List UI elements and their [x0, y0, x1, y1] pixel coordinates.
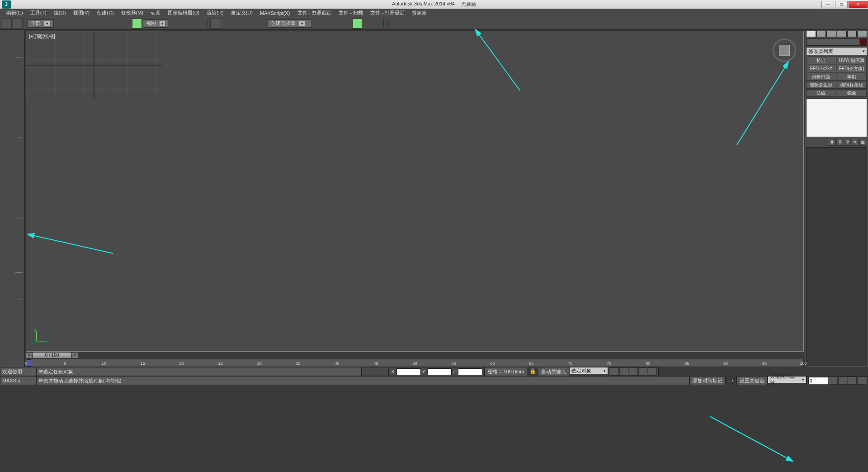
autokey-button[interactable]: 自动关键点: [538, 367, 569, 376]
modifier-buttons-grid: 挤出 UVW 贴图添加 FFD 2x2x2 FFD(长方体) 倒角剖面 车削 编…: [805, 56, 868, 97]
goto-end-button[interactable]: [648, 367, 657, 376]
mod-extrude[interactable]: 挤出: [806, 57, 836, 64]
axis-tripod-icon: x y: [33, 327, 51, 345]
remove-modifier-icon[interactable]: ✕: [852, 139, 859, 146]
named-selection-set-dropdown[interactable]: 创建选择集: [268, 19, 312, 28]
app-title: Autodesk 3ds Max 2014 x64: [392, 1, 455, 8]
undo-button[interactable]: [2, 19, 12, 29]
move-tool[interactable]: [132, 19, 142, 29]
material-editor-button[interactable]: [352, 19, 362, 29]
window-maximize-button[interactable]: □: [835, 1, 848, 8]
mod-normal[interactable]: 法线: [806, 89, 836, 97]
viewcube[interactable]: [773, 38, 796, 62]
window-close-button[interactable]: ✕: [849, 1, 868, 8]
viewport-nav-4[interactable]: [857, 377, 866, 385]
viewport-nav-1[interactable]: [829, 377, 838, 385]
menu-group[interactable]: 组(G): [50, 10, 70, 16]
mod-bevel-profile[interactable]: 倒角剖面: [806, 73, 836, 81]
rollout-area: [806, 147, 867, 366]
menu-file-recent[interactable]: 文件 - 打开最近: [367, 10, 408, 16]
time-ruler[interactable]: 0510152025303540455055606570758085909510…: [26, 359, 804, 367]
object-name-field[interactable]: [806, 38, 859, 46]
key-filter-dropdown[interactable]: 关键点过滤器...: [768, 376, 807, 383]
menu-file-archive[interactable]: 文件 - 归档: [335, 10, 367, 16]
viewport-grid: [26, 31, 162, 99]
menu-edit[interactable]: 编辑(E): [3, 10, 27, 16]
ref-coord-dropdown[interactable]: 视图: [143, 19, 168, 28]
time-slider-prev[interactable]: <: [26, 352, 32, 358]
time-tick-label: 30: [257, 361, 262, 366]
goto-start-button[interactable]: [610, 367, 619, 376]
toolbar-divider: [25, 19, 25, 29]
time-tick-label: 90: [723, 361, 728, 366]
current-frame-input[interactable]: [808, 377, 828, 384]
time-tick-label: 45: [374, 361, 378, 366]
tab-display[interactable]: [847, 31, 857, 37]
tab-utilities[interactable]: [857, 31, 867, 37]
menu-asset-tracking[interactable]: 文件 - 资源追踪: [294, 10, 335, 16]
mod-mirror[interactable]: 镜像: [837, 89, 867, 97]
window-minimize-button[interactable]: —: [821, 1, 834, 8]
add-time-tag-button[interactable]: 添加时间标记: [689, 376, 726, 385]
tab-hierarchy[interactable]: [826, 31, 836, 37]
modifier-list-dropdown[interactable]: 修改器列表: [806, 47, 867, 55]
tab-motion[interactable]: [837, 31, 847, 37]
time-tick-label: 70: [568, 361, 572, 366]
lock-icon[interactable]: 🔒: [527, 367, 538, 375]
menu-maxscript[interactable]: MAXScript(X): [256, 10, 294, 16]
object-color-swatch[interactable]: [860, 38, 867, 46]
time-tick-label: 60: [490, 361, 495, 366]
snap-toggle[interactable]: [210, 19, 222, 29]
time-tick-label: 40: [335, 361, 340, 366]
menu-tools[interactable]: 工具(T): [27, 10, 50, 16]
pin-stack-icon[interactable]: ⏸: [829, 139, 835, 146]
toolbar-divider: [438, 19, 438, 29]
svg-line-10: [710, 416, 788, 459]
viewport-top[interactable]: [+][顶][线框] x y: [26, 31, 804, 352]
mod-lathe[interactable]: 车削: [837, 73, 867, 81]
menu-rendering[interactable]: 渲染(R): [203, 10, 227, 16]
show-end-result-icon[interactable]: Ⅱ: [836, 139, 843, 146]
mod-edit-spline[interactable]: 编辑样条线: [837, 81, 867, 89]
setkey-button[interactable]: 设置关键点: [736, 376, 768, 385]
menu-graph-editors[interactable]: 图形编辑器(D): [164, 10, 203, 16]
mod-ffd-box[interactable]: FFD(长方体): [837, 65, 867, 72]
svg-text:x: x: [47, 339, 49, 343]
play-button[interactable]: [629, 367, 638, 376]
mod-edit-poly[interactable]: 编辑多边形: [806, 81, 836, 89]
menu-customize[interactable]: 自定义(U): [227, 10, 256, 16]
configure-sets-icon[interactable]: ▦: [859, 139, 866, 146]
viewport-nav-2[interactable]: [838, 377, 847, 385]
key-icon[interactable]: 🗝: [726, 376, 736, 384]
menu-animation[interactable]: 动画: [147, 10, 164, 16]
menu-modifiers[interactable]: 修改器(M): [118, 10, 147, 16]
redo-button[interactable]: [13, 19, 23, 29]
menu-views[interactable]: 视图(V): [70, 10, 94, 16]
command-panel: 修改器列表 挤出 UVW 贴图添加 FFD 2x2x2 FFD(长方体) 倒角剖…: [805, 30, 868, 367]
key-target-dropdown[interactable]: 选定对象: [569, 367, 608, 374]
prev-frame-button[interactable]: [619, 367, 628, 376]
mod-ffd-2x2x2[interactable]: FFD 2x2x2: [806, 65, 836, 72]
prompt-line: 单击并拖动以选择并缩放对象(均匀地): [36, 376, 689, 385]
menu-create[interactable]: 创建(C): [93, 10, 117, 16]
make-unique-icon[interactable]: ∀: [844, 139, 851, 146]
mod-uvw-add[interactable]: UVW 贴图添加: [837, 57, 867, 64]
z-input[interactable]: [458, 368, 482, 375]
time-slider-next[interactable]: >: [72, 352, 78, 358]
selection-filter-dropdown[interactable]: 全部: [28, 19, 54, 28]
y-input[interactable]: [427, 368, 452, 375]
x-label: X:: [391, 369, 396, 374]
x-input[interactable]: [396, 368, 421, 375]
viewport-nav-3[interactable]: [848, 377, 857, 385]
maxscript-listener-label[interactable]: MAXScr: [0, 376, 36, 385]
time-tick-label: 95: [762, 361, 767, 366]
time-slider[interactable]: 0 / 100: [32, 352, 72, 358]
tab-create[interactable]: [806, 31, 816, 37]
main-toolbar: 全部 视图 创建选择集: [0, 17, 868, 30]
menu-banjiajia[interactable]: 扮家家: [408, 10, 430, 16]
modifier-stack[interactable]: [806, 98, 867, 137]
next-frame-button[interactable]: [638, 367, 647, 376]
tab-modify[interactable]: [816, 31, 826, 37]
time-tick-label: 65: [529, 361, 533, 366]
toolbar-divider: [107, 19, 107, 29]
